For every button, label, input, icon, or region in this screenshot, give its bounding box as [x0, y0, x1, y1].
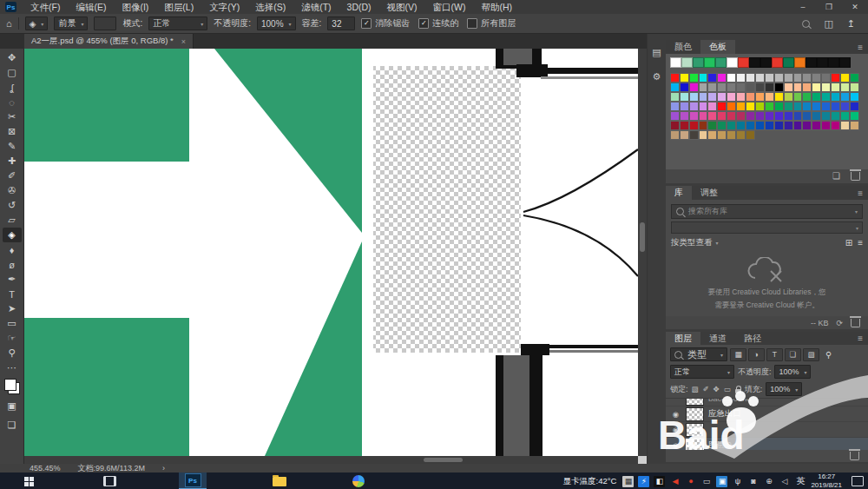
- swatch-3-3[interactable]: [699, 102, 708, 111]
- swatch-2-8[interactable]: [746, 92, 755, 102]
- restore-button[interactable]: ❐: [816, 0, 842, 14]
- swatch-0-14[interactable]: [802, 73, 812, 83]
- swatch-2-10[interactable]: [765, 92, 774, 102]
- swatch-1-8[interactable]: [746, 83, 755, 92]
- recent-swatch-4[interactable]: [715, 57, 727, 68]
- workspace-icon[interactable]: ◫: [824, 18, 832, 30]
- swatch-1-2[interactable]: [689, 83, 699, 92]
- dock-collapsed-icon-2[interactable]: ⚙: [653, 71, 661, 83]
- swatch-2-12[interactable]: [784, 92, 793, 102]
- status-chevron-icon[interactable]: ›: [162, 464, 165, 472]
- swatch-5-3[interactable]: [699, 121, 708, 130]
- recent-swatch-3[interactable]: [704, 57, 715, 68]
- tool-eyedropper[interactable]: ✎: [3, 139, 22, 154]
- swatch-1-4[interactable]: [707, 83, 717, 92]
- swatch-5-9[interactable]: [755, 121, 765, 130]
- checkbox-所有图层[interactable]: 所有图层: [467, 17, 516, 30]
- menu-窗口(W)[interactable]: 窗口(W): [425, 0, 474, 14]
- tab-paths[interactable]: 路径: [735, 332, 770, 345]
- share-icon[interactable]: ↥: [847, 18, 855, 30]
- grid-view-icon[interactable]: ⊞: [845, 238, 852, 248]
- swatch-1-1[interactable]: [680, 83, 689, 92]
- swatch-5-13[interactable]: [793, 121, 803, 130]
- swatch-6-4[interactable]: [707, 130, 717, 140]
- recent-swatch-15[interactable]: [839, 57, 851, 68]
- swatch-5-10[interactable]: [765, 121, 774, 130]
- swatch-3-6[interactable]: [727, 102, 736, 111]
- swatch-0-9[interactable]: [755, 73, 765, 83]
- close-icon[interactable]: ×: [181, 37, 186, 46]
- tool-marquee[interactable]: ▢: [3, 65, 22, 80]
- language-indicator[interactable]: 英: [796, 475, 805, 487]
- menu-滤镜(T)[interactable]: 滤镜(T): [293, 0, 339, 14]
- menu-文件(F)[interactable]: 文件(F): [23, 0, 68, 14]
- swatch-6-0[interactable]: [670, 130, 680, 140]
- swatch-4-8[interactable]: [746, 111, 755, 121]
- sync-icon[interactable]: ⟳: [836, 319, 843, 327]
- swatch-4-18[interactable]: [840, 111, 850, 121]
- swatch-0-10[interactable]: [765, 73, 774, 83]
- recent-swatch-2[interactable]: [693, 57, 704, 68]
- swatch-0-0[interactable]: [670, 73, 680, 83]
- menu-图层(L)[interactable]: 图层(L): [156, 0, 201, 14]
- swatch-5-5[interactable]: [717, 121, 727, 130]
- swatch-2-15[interactable]: [812, 92, 821, 102]
- menu-文字(Y)[interactable]: 文字(Y): [201, 0, 247, 14]
- swatch-5-8[interactable]: [746, 121, 755, 130]
- recent-swatch-12[interactable]: [806, 57, 817, 68]
- recent-swatch-14[interactable]: [828, 57, 839, 68]
- horizontal-scrollbar[interactable]: [24, 456, 638, 464]
- swatch-1-6[interactable]: [727, 83, 736, 92]
- swatch-3-7[interactable]: [736, 102, 746, 111]
- layer-name[interactable]: 应急出口: [708, 408, 741, 420]
- swatch-4-12[interactable]: [784, 111, 793, 121]
- swatch-3-11[interactable]: [774, 102, 784, 111]
- recent-swatch-11[interactable]: [794, 57, 806, 68]
- layer-thumbnail[interactable]: [686, 398, 704, 406]
- swatch-6-8[interactable]: [746, 130, 755, 140]
- swatch-0-17[interactable]: [831, 73, 840, 83]
- recent-swatch-8[interactable]: [760, 57, 772, 68]
- swatch-5-2[interactable]: [689, 121, 699, 130]
- start-button[interactable]: [24, 477, 34, 486]
- swatch-4-14[interactable]: [802, 111, 812, 121]
- tray-photos-icon[interactable]: ▣: [716, 476, 727, 487]
- swatch-4-10[interactable]: [765, 111, 774, 121]
- swatch-0-15[interactable]: [812, 73, 821, 83]
- recent-swatch-5[interactable]: [727, 57, 738, 68]
- recent-swatch-6[interactable]: [738, 57, 749, 68]
- tool-paint-bucket[interactable]: ◈: [3, 228, 22, 242]
- canvas-area[interactable]: [24, 49, 647, 464]
- swatch-4-16[interactable]: [821, 111, 831, 121]
- swatch-2-1[interactable]: [680, 92, 689, 102]
- recent-swatch-10[interactable]: [783, 57, 794, 68]
- tool-move[interactable]: ✥: [3, 50, 22, 65]
- panel-menu-icon[interactable]: ≡: [858, 332, 868, 345]
- swatch-3-12[interactable]: [784, 102, 793, 111]
- swatch-3-9[interactable]: [755, 102, 765, 111]
- swatch-4-19[interactable]: [850, 111, 859, 121]
- swatch-3-14[interactable]: [802, 102, 812, 111]
- swatch-0-12[interactable]: [784, 73, 793, 83]
- swatch-2-7[interactable]: [736, 92, 746, 102]
- tray-capture-icon[interactable]: ◧: [654, 476, 665, 487]
- swatch-0-3[interactable]: [699, 73, 708, 83]
- view-by-label[interactable]: 按类型查看: [671, 237, 713, 248]
- swatch-6-6[interactable]: [727, 130, 736, 140]
- swatch-1-17[interactable]: [831, 83, 840, 92]
- swatch-2-19[interactable]: [850, 92, 859, 102]
- swatch-2-4[interactable]: [707, 92, 717, 102]
- swatch-6-5[interactable]: [717, 130, 727, 140]
- swatch-0-13[interactable]: [793, 73, 803, 83]
- filter-type-icon[interactable]: T: [766, 348, 783, 361]
- swatch-5-7[interactable]: [736, 121, 746, 130]
- tray-usb-icon[interactable]: ψ: [732, 476, 743, 487]
- blend-mode-dropdown[interactable]: 正常 ▾: [670, 365, 734, 379]
- swatch-0-2[interactable]: [689, 73, 699, 83]
- swatch-1-0[interactable]: [670, 83, 680, 92]
- swatch-3-16[interactable]: [821, 102, 831, 111]
- horizontal-scrollbar-thumb[interactable]: [424, 458, 463, 462]
- swatch-3-10[interactable]: [765, 102, 774, 111]
- tab-adjustments[interactable]: 调整: [692, 186, 727, 200]
- swatch-2-13[interactable]: [793, 92, 803, 102]
